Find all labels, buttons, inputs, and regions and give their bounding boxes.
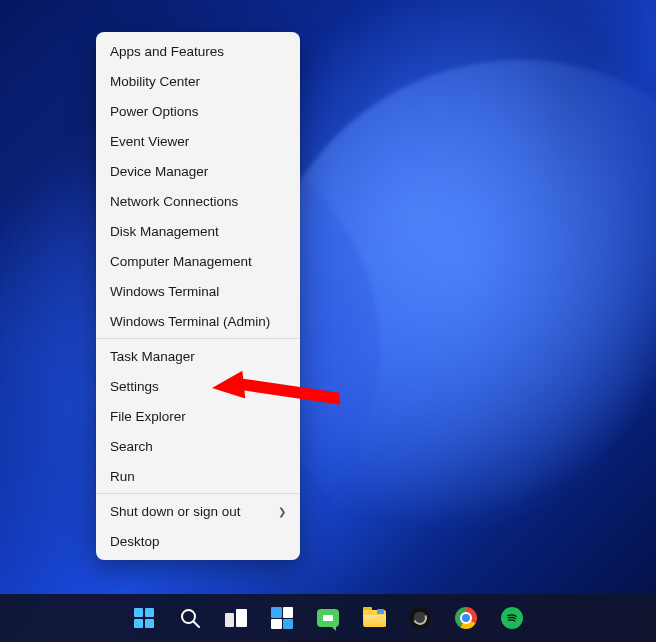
menu-item-label: Task Manager bbox=[110, 349, 195, 364]
obs-icon bbox=[409, 607, 431, 629]
menu-item-label: Desktop bbox=[110, 534, 160, 549]
menu-item-shut-down-or-sign-out[interactable]: Shut down or sign out ❯ bbox=[96, 496, 300, 526]
windows-logo-icon bbox=[134, 608, 154, 628]
svg-line-2 bbox=[194, 622, 200, 628]
menu-item-label: Run bbox=[110, 469, 135, 484]
menu-item-label: Disk Management bbox=[110, 224, 219, 239]
menu-item-device-manager[interactable]: Device Manager bbox=[96, 156, 300, 186]
winx-context-menu: Apps and Features Mobility Center Power … bbox=[96, 32, 300, 560]
menu-item-computer-management[interactable]: Computer Management bbox=[96, 246, 300, 276]
menu-item-label: Settings bbox=[110, 379, 159, 394]
menu-item-file-explorer[interactable]: File Explorer bbox=[96, 401, 300, 431]
menu-item-windows-terminal[interactable]: Windows Terminal bbox=[96, 276, 300, 306]
chrome-button[interactable] bbox=[446, 598, 486, 638]
search-icon bbox=[178, 606, 202, 630]
menu-item-label: Power Options bbox=[110, 104, 199, 119]
menu-item-power-options[interactable]: Power Options bbox=[96, 96, 300, 126]
menu-item-label: Apps and Features bbox=[110, 44, 224, 59]
spotify-button[interactable] bbox=[492, 598, 532, 638]
menu-item-disk-management[interactable]: Disk Management bbox=[96, 216, 300, 246]
menu-item-label: Event Viewer bbox=[110, 134, 189, 149]
menu-item-label: Windows Terminal (Admin) bbox=[110, 314, 270, 329]
chrome-icon bbox=[455, 607, 477, 629]
menu-item-label: Shut down or sign out bbox=[110, 504, 241, 519]
menu-item-event-viewer[interactable]: Event Viewer bbox=[96, 126, 300, 156]
widgets-button[interactable] bbox=[262, 598, 302, 638]
menu-item-network-connections[interactable]: Network Connections bbox=[96, 186, 300, 216]
search-button[interactable] bbox=[170, 598, 210, 638]
menu-item-windows-terminal-admin[interactable]: Windows Terminal (Admin) bbox=[96, 306, 300, 336]
menu-item-label: Mobility Center bbox=[110, 74, 200, 89]
menu-separator bbox=[96, 338, 300, 339]
menu-item-label: Search bbox=[110, 439, 153, 454]
taskbar bbox=[0, 594, 656, 642]
menu-item-settings[interactable]: Settings bbox=[96, 371, 300, 401]
widgets-icon bbox=[271, 607, 293, 629]
task-view-button[interactable] bbox=[216, 598, 256, 638]
folder-icon bbox=[363, 610, 386, 627]
menu-item-desktop[interactable]: Desktop bbox=[96, 526, 300, 556]
obs-button[interactable] bbox=[400, 598, 440, 638]
menu-item-label: Computer Management bbox=[110, 254, 252, 269]
menu-item-apps-and-features[interactable]: Apps and Features bbox=[96, 36, 300, 66]
chevron-right-icon: ❯ bbox=[278, 506, 286, 517]
file-explorer-button[interactable] bbox=[354, 598, 394, 638]
start-button[interactable] bbox=[124, 598, 164, 638]
menu-item-label: Device Manager bbox=[110, 164, 208, 179]
menu-item-mobility-center[interactable]: Mobility Center bbox=[96, 66, 300, 96]
menu-item-task-manager[interactable]: Task Manager bbox=[96, 341, 300, 371]
chat-button[interactable] bbox=[308, 598, 348, 638]
menu-item-label: Windows Terminal bbox=[110, 284, 219, 299]
menu-item-run[interactable]: Run bbox=[96, 461, 300, 491]
menu-item-search[interactable]: Search bbox=[96, 431, 300, 461]
menu-separator bbox=[96, 493, 300, 494]
menu-item-label: Network Connections bbox=[110, 194, 238, 209]
menu-item-label: File Explorer bbox=[110, 409, 186, 424]
task-view-icon bbox=[225, 609, 247, 627]
chat-icon bbox=[317, 609, 339, 627]
spotify-icon bbox=[501, 607, 523, 629]
